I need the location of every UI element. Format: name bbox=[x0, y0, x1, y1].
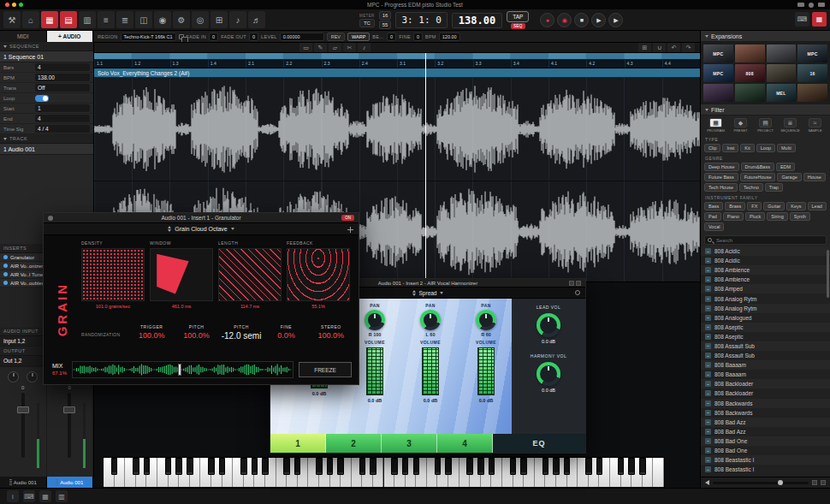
minimize-button[interactable] bbox=[12, 3, 16, 7]
granulator-titlebar[interactable]: Audio 001 - Insert 1 - Granulator ON bbox=[44, 213, 359, 223]
filter-chip[interactable]: Loop bbox=[756, 144, 775, 152]
sample-list-item[interactable]: 808 Backwards bbox=[701, 408, 830, 418]
media-type-filter[interactable]: ▦ PROGRAM bbox=[704, 118, 727, 133]
preset-stepper-icon[interactable] bbox=[168, 226, 171, 232]
toolbar-icon[interactable]: ▦ bbox=[41, 11, 58, 28]
track-section-header[interactable]: TRACK bbox=[0, 134, 93, 144]
insert-power-icon[interactable] bbox=[3, 264, 8, 268]
parameter-visualization[interactable] bbox=[81, 248, 145, 301]
volume-meter[interactable] bbox=[366, 347, 383, 395]
auto-audition-icon[interactable] bbox=[812, 480, 817, 485]
filter-chip[interactable]: String bbox=[767, 212, 787, 221]
volume-meter[interactable] bbox=[477, 347, 495, 395]
preset-save-icon[interactable] bbox=[347, 227, 353, 233]
filter-chip[interactable]: Synth bbox=[790, 212, 810, 221]
plugin-close-icon[interactable] bbox=[48, 216, 53, 221]
bars-display[interactable]: 55 bbox=[379, 21, 392, 29]
search-input[interactable] bbox=[714, 237, 823, 244]
zoom-button[interactable] bbox=[19, 3, 23, 7]
sample-list-item[interactable]: 808 Bad One bbox=[701, 446, 830, 455]
expansion-tile[interactable]: MPC bbox=[703, 44, 733, 62]
status-icon[interactable]: ⌨ bbox=[23, 490, 35, 502]
filter-chip[interactable]: Inst bbox=[722, 144, 738, 152]
pan-knob[interactable] bbox=[476, 310, 496, 330]
beats-field[interactable]: 0 bbox=[387, 33, 396, 41]
history-tool[interactable]: ↶ bbox=[667, 43, 680, 52]
piano-key-black[interactable] bbox=[639, 458, 646, 475]
history-tool[interactable]: ↷ bbox=[682, 43, 695, 52]
send-knob[interactable] bbox=[27, 371, 38, 382]
piano-key-black[interactable] bbox=[175, 458, 182, 475]
toolbar-icon[interactable]: ◫ bbox=[135, 11, 152, 28]
filter-chip[interactable]: Pluck bbox=[745, 212, 765, 221]
level-field[interactable]: 0.00000 bbox=[280, 33, 324, 41]
filter-chip[interactable]: EDM bbox=[776, 163, 795, 171]
insert-power-icon[interactable] bbox=[3, 281, 8, 285]
loop-toggle[interactable] bbox=[35, 95, 49, 102]
piano-key-black[interactable] bbox=[445, 458, 452, 475]
plugin-on-toggle[interactable]: ON bbox=[341, 215, 354, 221]
piano-key-black[interactable] bbox=[542, 458, 549, 475]
filter-chip[interactable]: Keys bbox=[786, 202, 805, 210]
sample-list-item[interactable]: 808 Assault Sub bbox=[701, 351, 830, 360]
volume-meter[interactable] bbox=[422, 347, 439, 395]
bpm-display[interactable]: 138.00 bbox=[452, 13, 502, 28]
reverse-button[interactable]: REV bbox=[327, 33, 345, 41]
filter-chip[interactable]: Garage bbox=[777, 173, 801, 181]
field-value[interactable]: 138.00 bbox=[35, 74, 90, 81]
expansion-tile[interactable]: 808 bbox=[735, 64, 765, 82]
expansion-tile[interactable] bbox=[767, 64, 797, 82]
volume-fader[interactable] bbox=[21, 393, 25, 458]
sample-list-item[interactable]: 808 Aseptic bbox=[701, 323, 830, 332]
piano-key-black[interactable] bbox=[337, 458, 344, 475]
position-display[interactable]: 3: 1: 0 bbox=[395, 12, 447, 28]
region-bpm-field[interactable]: 120.00 bbox=[439, 33, 460, 41]
mix-control[interactable]: MIX 67.1% bbox=[52, 363, 67, 377]
media-type-filter[interactable]: ≣ SEQUENCE bbox=[779, 118, 802, 133]
sample-list-item[interactable]: 808 Ambience bbox=[701, 265, 830, 275]
toolbar-right-icon[interactable]: ⌨ bbox=[795, 12, 809, 27]
parameter-visualization[interactable] bbox=[287, 248, 350, 301]
expansion-tile[interactable]: MEL bbox=[767, 84, 797, 102]
tc-display[interactable]: TC bbox=[359, 19, 375, 27]
filter-chip[interactable]: Drum&Bass bbox=[741, 163, 774, 171]
fader-handle[interactable] bbox=[63, 406, 75, 413]
sample-list-item[interactable]: 808 Bad One bbox=[701, 436, 830, 446]
pan-knob[interactable] bbox=[365, 310, 385, 330]
harmony-volume-knob[interactable] bbox=[537, 362, 560, 386]
playhead[interactable] bbox=[425, 53, 426, 282]
mix-slider-handle[interactable] bbox=[178, 364, 181, 376]
search-box[interactable] bbox=[704, 235, 827, 245]
sample-list-item[interactable]: 808 Acidic bbox=[701, 256, 830, 265]
region-name-field[interactable]: Techno-Kick-T 166k C1 bbox=[121, 33, 176, 41]
filter-chip[interactable]: FutureHouse bbox=[740, 173, 776, 181]
toolbar-icon[interactable]: ⌂ bbox=[22, 11, 39, 28]
toolbar-icon[interactable]: ▤ bbox=[60, 11, 77, 28]
preset-name[interactable]: Spread bbox=[419, 290, 437, 296]
fader-handle[interactable] bbox=[17, 406, 29, 413]
expansion-tile[interactable]: 16 bbox=[797, 64, 827, 82]
lead-volume-knob[interactable] bbox=[537, 313, 560, 337]
media-type-filter[interactable]: ▤ PROJECT bbox=[754, 118, 777, 133]
expansion-tile[interactable]: MPC bbox=[703, 64, 733, 82]
filter-chip[interactable]: Deep House bbox=[704, 163, 739, 171]
track-selector[interactable]: 1 Audio 001 bbox=[0, 144, 93, 155]
mix-slider[interactable] bbox=[72, 361, 293, 378]
piano-key-black[interactable] bbox=[596, 458, 603, 475]
filter-chip[interactable]: Bass bbox=[704, 202, 723, 210]
piano-key-black[interactable] bbox=[477, 458, 484, 475]
plugin-menu-icon[interactable] bbox=[569, 281, 574, 286]
track-tab[interactable]: Audio 001 bbox=[0, 477, 47, 488]
piano-key-black[interactable] bbox=[133, 458, 139, 475]
piano-key-black[interactable] bbox=[489, 458, 495, 475]
filter-chip[interactable]: Vocal bbox=[704, 222, 724, 231]
piano-key-black[interactable] bbox=[391, 458, 398, 475]
filter-chip[interactable]: Kit bbox=[740, 144, 754, 152]
fade-out-field[interactable]: 0 bbox=[249, 33, 258, 41]
sample-list-item[interactable]: 808 Baaaam bbox=[701, 360, 830, 370]
sample-list-item[interactable]: 808 Beastastic I bbox=[701, 465, 830, 474]
toolbar-icon[interactable]: ♪ bbox=[229, 11, 246, 28]
insert-power-icon[interactable] bbox=[3, 272, 8, 276]
close-button[interactable] bbox=[5, 3, 9, 7]
sample-list-item[interactable]: 808 Baaaam bbox=[701, 370, 830, 379]
